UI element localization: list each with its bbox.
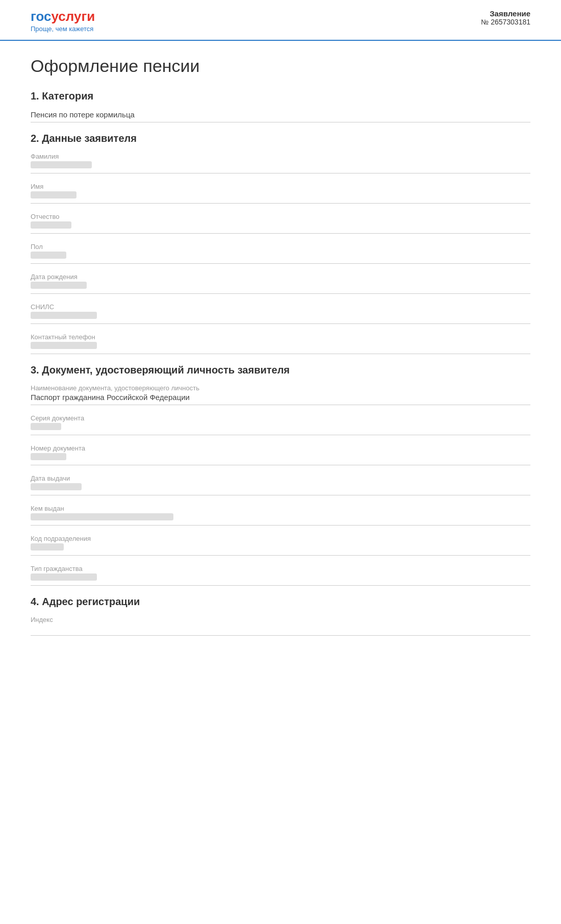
field-label: Кем выдан (31, 505, 530, 512)
field-group-document-4: Кем выдан (31, 505, 530, 526)
field-label: Дата выдачи (31, 475, 530, 482)
field-label: Код подразделения (31, 535, 530, 542)
field-label: СНИЛС (31, 303, 530, 311)
blurred-data (31, 221, 71, 229)
blurred-data (31, 573, 97, 581)
logo-gos: гос (31, 9, 52, 24)
field-group-applicant-5: СНИЛС (31, 303, 530, 324)
section-title-category: 1. Категория (31, 90, 530, 102)
blurred-data (31, 342, 97, 349)
field-group-document-6: Тип гражданства (31, 565, 530, 586)
section-title-applicant: 2. Данные заявителя (31, 133, 530, 144)
sections-container: 1. КатегорияПенсия по потере кормильца2.… (31, 90, 530, 636)
main-content: Оформление пенсии 1. КатегорияПенсия по … (0, 41, 561, 666)
field-value (31, 342, 530, 354)
field-value: Паспорт гражданина Российской Федерации (31, 393, 530, 405)
field-group-applicant-1: Имя (31, 183, 530, 204)
field-group-applicant-0: Фамилия (31, 153, 530, 173)
field-group-applicant-2: Отчество (31, 213, 530, 234)
section-address: 4. Адрес регистрацииИндекс (31, 596, 530, 636)
field-group-address-0: Индекс (31, 616, 530, 636)
section-category: 1. КатегорияПенсия по потере кормильца (31, 90, 530, 122)
page-header: госуслуги Проще, чем кажется Заявление №… (0, 0, 561, 41)
field-value (31, 453, 530, 465)
field-value (31, 191, 530, 204)
blurred-data (31, 483, 82, 490)
section-applicant: 2. Данные заявителяФамилияИмяОтчествоПол… (31, 133, 530, 354)
field-group-applicant-6: Контактный телефон (31, 333, 530, 354)
field-group-document-1: Серия документа (31, 414, 530, 435)
doc-number: № 2657303181 (481, 18, 530, 26)
page-title: Оформление пенсии (31, 56, 530, 76)
logo-uslugi: услуги (52, 9, 95, 24)
field-value (31, 543, 530, 556)
field-label: Тип гражданства (31, 565, 530, 572)
field-label: Отчество (31, 213, 530, 220)
field-group-document-0: Наименование документа, удостоверяющего … (31, 384, 530, 405)
field-group-category-0: Пенсия по потере кормильца (31, 110, 530, 122)
field-value (31, 625, 530, 636)
field-value (31, 221, 530, 234)
field-value: Пенсия по потере кормильца (31, 110, 530, 122)
section-title-document: 3. Документ, удостоверяющий личность зая… (31, 364, 530, 376)
field-group-document-3: Дата выдачи (31, 475, 530, 495)
section-document: 3. Документ, удостоверяющий личность зая… (31, 364, 530, 586)
field-label: Индекс (31, 616, 530, 623)
logo-tagline: Проще, чем кажется (31, 25, 95, 33)
logo-block: госуслуги Проще, чем кажется (31, 9, 95, 33)
blurred-data (31, 252, 66, 259)
blurred-data (31, 161, 92, 168)
field-value (31, 483, 530, 495)
field-label: Пол (31, 243, 530, 251)
blurred-data (31, 453, 66, 460)
blurred-data (31, 423, 61, 430)
blurred-data (31, 282, 87, 289)
field-value (31, 282, 530, 294)
field-value (31, 252, 530, 264)
field-value (31, 423, 530, 435)
field-label: Контактный телефон (31, 333, 530, 341)
field-value (31, 513, 530, 526)
blurred-data (31, 543, 64, 551)
field-group-document-5: Код подразделения (31, 535, 530, 556)
field-label: Наименование документа, удостоверяющего … (31, 384, 530, 392)
field-group-document-2: Номер документа (31, 444, 530, 465)
field-value (31, 312, 530, 324)
blurred-data (31, 513, 173, 520)
field-label: Имя (31, 183, 530, 190)
field-group-applicant-3: Пол (31, 243, 530, 264)
field-label: Серия документа (31, 414, 530, 422)
blurred-data (31, 191, 76, 198)
logo: госуслуги (31, 9, 95, 24)
field-group-applicant-4: Дата рождения (31, 273, 530, 294)
document-info: Заявление № 2657303181 (481, 9, 530, 26)
field-value (31, 573, 530, 586)
field-label: Дата рождения (31, 273, 530, 281)
field-label: Фамилия (31, 153, 530, 160)
doc-label: Заявление (481, 9, 530, 18)
blurred-data (31, 312, 97, 319)
field-label: Номер документа (31, 444, 530, 452)
section-title-address: 4. Адрес регистрации (31, 596, 530, 608)
field-value (31, 161, 530, 173)
